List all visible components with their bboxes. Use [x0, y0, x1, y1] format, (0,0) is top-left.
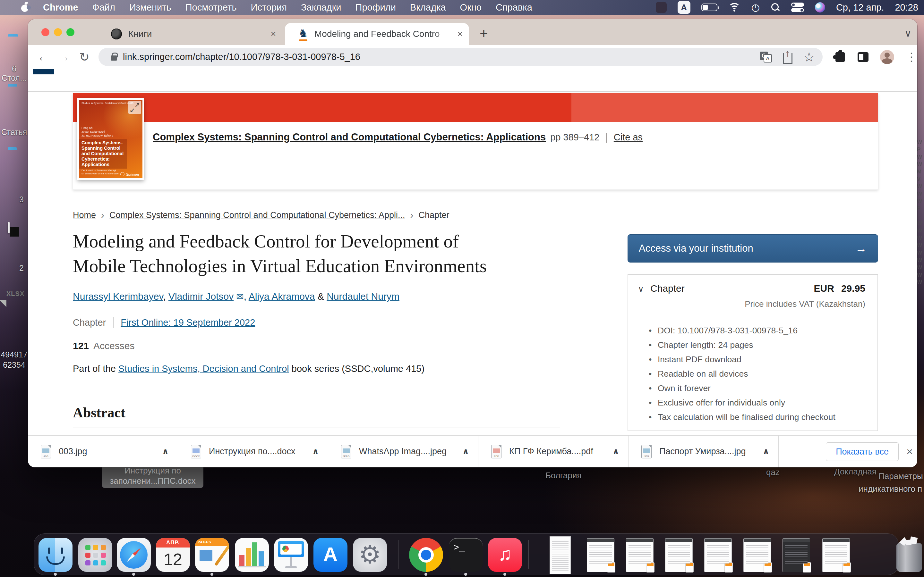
series-link[interactable]: Studies in Systems, Decision and Control	[118, 364, 289, 374]
menu-profiles[interactable]: Профили	[355, 2, 396, 13]
chevron-up-icon[interactable]: ∧	[312, 446, 319, 456]
translate-icon[interactable]	[760, 52, 772, 63]
dock-finder-icon[interactable]	[39, 538, 73, 572]
desktop-label-dokladnaya[interactable]: Докладная	[834, 467, 877, 477]
statusbar-app-icon[interactable]	[656, 2, 667, 13]
dock-minimized-receipt-doc[interactable]	[549, 536, 571, 574]
author-link-kerimbayev[interactable]: Nurassyl Kerimbayev	[73, 291, 163, 301]
chevron-up-icon[interactable]: ∧	[762, 446, 769, 456]
menu-chrome[interactable]: Chrome	[43, 2, 78, 13]
address-bar[interactable]: link.springer.com/chapter/10.1007/978-3-…	[99, 48, 822, 66]
download-item-pasport[interactable]: JPG Паспорт Умирза....jpg ∧	[628, 436, 779, 467]
dock-minimized-doc[interactable]	[822, 538, 850, 572]
dock-minimized-doc[interactable]	[587, 538, 614, 572]
desktop-label-parametry-1[interactable]: Параметры	[879, 471, 923, 481]
chevron-up-icon[interactable]: ∧	[162, 446, 169, 456]
control-center-icon[interactable]	[791, 3, 804, 12]
menu-window[interactable]: Окно	[460, 2, 481, 13]
minimize-window-button[interactable]	[54, 28, 62, 36]
accesses-count: 121	[73, 340, 89, 351]
book-cover[interactable]: Studies in Systems, Decision and Control…	[78, 98, 144, 180]
dock-music-icon[interactable]: ♫	[488, 538, 522, 572]
download-item-003jpg[interactable]: JPG 003.jpg ∧	[28, 436, 178, 467]
breadcrumb-home-link[interactable]: Home	[73, 210, 96, 220]
menu-file[interactable]: Файл	[92, 2, 115, 13]
breadcrumb-book-link[interactable]: Complex Systems: Spanning Control and Co…	[110, 210, 405, 220]
zoom-window-button[interactable]	[66, 28, 74, 36]
download-item-kp-gf[interactable]: PDF КП ГФ Керимба....pdf ∧	[478, 436, 628, 467]
download-item-instrukciya[interactable]: DOCX Инструкция по....docx ∧	[178, 436, 328, 467]
menu-tab[interactable]: Вкладка	[410, 2, 446, 13]
dock-minimized-doc[interactable]	[665, 538, 693, 572]
author-link-nurym[interactable]: Nurdaulet Nurym	[326, 291, 399, 301]
first-online-link[interactable]: First Online: 19 September 2022	[121, 318, 255, 328]
chevron-up-icon[interactable]: ∧	[462, 446, 469, 456]
wifi-icon[interactable]	[728, 3, 740, 12]
dock-calendar-icon[interactable]: АПР.12	[156, 538, 190, 572]
padlock-icon[interactable]	[111, 55, 117, 61]
reload-button[interactable]: ↻	[74, 50, 95, 64]
profile-avatar[interactable]	[880, 50, 894, 64]
dock-chrome-icon[interactable]	[409, 538, 443, 572]
download-item-whatsapp[interactable]: JPEG WhatsApp Imag....jpeg ∧	[328, 436, 478, 467]
menu-bar-time[interactable]: 20:28	[895, 2, 918, 13]
new-tab-button[interactable]: +	[480, 26, 488, 40]
author-link-akramova[interactable]: Aliya Akramova	[249, 291, 315, 301]
dock-safari-icon[interactable]	[117, 538, 151, 572]
tab-close-icon[interactable]: ×	[457, 29, 463, 39]
menu-edit[interactable]: Изменить	[129, 2, 171, 13]
email-envelope-icon[interactable]: ✉	[236, 292, 244, 301]
desktop-image-file[interactable]	[8, 223, 10, 232]
siri-icon[interactable]	[815, 2, 825, 13]
spotlight-icon[interactable]	[771, 3, 780, 12]
close-downloads-icon[interactable]: ×	[906, 445, 913, 458]
dock-settings-icon[interactable]: ⚙	[353, 538, 387, 572]
dock-launchpad-icon[interactable]	[78, 538, 112, 572]
expand-cover-icon[interactable]: ↗ ↙	[128, 101, 141, 114]
dock-minimized-doc[interactable]	[743, 538, 771, 572]
forward-button[interactable]: →	[53, 50, 74, 64]
time-machine-icon[interactable]: ◷	[751, 3, 760, 12]
dock-appstore-icon[interactable]: A	[313, 538, 347, 572]
bookmark-star-icon[interactable]: ☆	[803, 51, 815, 63]
close-window-button[interactable]	[41, 28, 49, 36]
menu-bar-date[interactable]: Ср, 12 апр.	[836, 2, 884, 13]
tab-close-icon[interactable]: ×	[271, 29, 276, 39]
desktop-label-qaz[interactable]: qaz	[766, 467, 780, 477]
chevron-down-icon[interactable]: ∨	[638, 284, 644, 294]
dock-terminal-icon[interactable]: >_	[449, 538, 483, 572]
share-icon[interactable]	[783, 53, 792, 64]
chevron-up-icon[interactable]: ∧	[612, 446, 619, 456]
show-all-downloads-button[interactable]: Показать все	[826, 442, 899, 461]
input-source-icon[interactable]: A	[678, 1, 690, 14]
tab-books[interactable]: Книги ×	[80, 23, 282, 45]
accesses-metric: 121Accesses	[73, 340, 134, 351]
back-button[interactable]: ←	[33, 50, 53, 64]
dock-minimized-doc[interactable]	[704, 538, 732, 572]
desktop-label-bolgaria[interactable]: Болгария	[545, 471, 582, 480]
menu-kebab-icon[interactable]: ⋮	[906, 51, 917, 63]
download-filename: WhatsApp Imag....jpeg	[359, 446, 457, 456]
apple-logo-icon[interactable]	[21, 3, 29, 12]
dock-pages-icon[interactable]: PAGES	[195, 538, 229, 572]
menu-view[interactable]: Посмотреть	[186, 2, 237, 13]
cite-as-link[interactable]: Cite as	[614, 132, 643, 143]
desktop-label-parametry-2[interactable]: индикативного п	[859, 484, 922, 494]
tab-search-chevron-icon[interactable]: ∨	[905, 27, 911, 39]
extensions-icon[interactable]	[835, 52, 845, 62]
battery-icon[interactable]	[701, 3, 717, 11]
dock-numbers-icon[interactable]	[235, 538, 269, 572]
access-institution-button[interactable]: Access via your institution →	[628, 234, 878, 263]
dock-keynote-icon[interactable]	[274, 538, 308, 572]
book-title-link[interactable]: Complex Systems: Spanning Control and Co…	[153, 131, 546, 143]
menu-history[interactable]: История	[251, 2, 287, 13]
dock-minimized-doc[interactable]	[626, 538, 654, 572]
tab-active-chapter[interactable]: ♞ Modeling and Feedback Contro ×	[285, 23, 469, 45]
side-panel-icon[interactable]	[858, 52, 869, 62]
url-text[interactable]: link.springer.com/chapter/10.1007/978-3-…	[123, 52, 749, 62]
dock-minimized-doc-dark[interactable]	[782, 538, 810, 572]
menu-bookmarks[interactable]: Закладки	[301, 2, 341, 13]
menu-help[interactable]: Справка	[496, 2, 532, 13]
dock-trash-icon[interactable]	[893, 537, 924, 572]
author-link-jotsov[interactable]: Vladimir Jotsov	[168, 291, 234, 301]
